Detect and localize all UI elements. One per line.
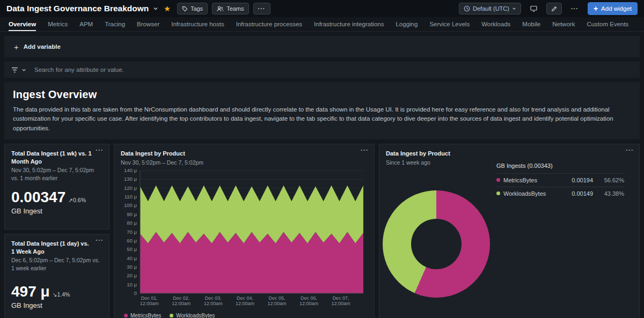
tab-infrastructure-processes[interactable]: Infrastructure processes <box>236 17 302 31</box>
series-percent: 56.62% <box>596 177 624 183</box>
teams-icon <box>217 6 224 12</box>
card-menu-button[interactable]: ··· <box>626 146 634 154</box>
tab-service-levels[interactable]: Service Levels <box>429 17 470 31</box>
svg-text:Dec 01,: Dec 01, <box>141 295 158 301</box>
ingest-overview-section: Ingest Overview The data provided in thi… <box>4 82 640 139</box>
plus-icon: + <box>594 5 598 12</box>
tab-logging[interactable]: Logging <box>396 17 418 31</box>
svg-text:140 μ: 140 μ <box>124 167 137 173</box>
svg-text:120 μ: 120 μ <box>124 184 137 190</box>
svg-text:70 μ: 70 μ <box>127 228 137 234</box>
svg-text:80 μ: 80 μ <box>127 220 137 226</box>
clock-icon <box>464 5 470 12</box>
svg-text:12:00am: 12:00am <box>140 301 159 306</box>
svg-text:110 μ: 110 μ <box>125 194 137 199</box>
series-color-dot <box>496 191 500 195</box>
series-color-dot <box>496 178 500 182</box>
series-name: MetricsBytes <box>503 177 559 183</box>
donut-legend-row-workloadsbytes[interactable]: WorkloadsBytes0.0014943.38% <box>496 187 624 200</box>
tv-mode-button[interactable] <box>525 3 542 14</box>
card-subtitle: Nov 30, 5:02pm – Dec 7, 5:02pm <box>121 159 368 166</box>
series-percent: 43.38% <box>596 190 624 197</box>
card-subtitle: Dec 6, 5:02pm – Dec 7, 5:02pm vs. 1 week… <box>11 256 103 271</box>
title-chevron-down-icon[interactable] <box>153 6 158 11</box>
filter-menu-button[interactable] <box>4 62 33 78</box>
billboard-week-card: ··· Total Data Ingest (1 wk) vs. 1 Month… <box>4 144 109 230</box>
svg-text:130 μ: 130 μ <box>124 176 137 182</box>
area-chart-legend: MetricsBytesWorkloadsBytes <box>121 310 368 318</box>
timezone-chevron-down-icon <box>512 6 516 11</box>
tab-custom-events[interactable]: Custom Events <box>587 17 628 31</box>
tab-infrastructure-integrations[interactable]: Infrastructure integrations <box>314 17 384 31</box>
monitor-icon <box>530 5 537 12</box>
svg-text:12:00am: 12:00am <box>172 301 191 306</box>
area-chart-card: ··· Data Ingest by Product Nov 30, 5:02p… <box>114 144 375 318</box>
variables-band: + Add variable <box>4 36 640 57</box>
billboard-value: 497 μ↘1.4% <box>11 284 103 299</box>
series-color-dot <box>170 314 173 317</box>
card-subtitle: Nov 30, 5:02pm – Dec 7, 5:02pm vs. 1 mon… <box>11 166 103 181</box>
series-value: 0.00194 <box>562 177 593 183</box>
timezone-picker-button[interactable]: Default (UTC) <box>459 3 521 14</box>
svg-text:90 μ: 90 μ <box>127 211 137 217</box>
svg-text:12:00am: 12:00am <box>204 301 223 306</box>
svg-text:40 μ: 40 μ <box>127 255 137 261</box>
card-title: Data Ingest by Product <box>386 150 633 158</box>
billboard-value: 0.00347↗0.6% <box>11 189 103 205</box>
top-header: Data Ingest Governance Breakdown ★ Tags … <box>0 0 644 17</box>
trend-up-icon: ↗ <box>68 197 73 203</box>
edit-dashboard-button[interactable] <box>546 3 562 14</box>
card-menu-button[interactable]: ··· <box>361 146 369 154</box>
add-variable-button[interactable]: + Add variable <box>14 42 61 51</box>
teams-button[interactable]: Teams <box>212 3 248 14</box>
section-description: The data provided in this tab are taken … <box>13 105 631 133</box>
tab-tracing[interactable]: Tracing <box>105 17 125 31</box>
filter-chevron-down-icon <box>21 68 26 72</box>
card-menu-button[interactable]: ··· <box>96 146 104 154</box>
tab-network[interactable]: Network <box>552 17 575 31</box>
billboard-unit: GB Ingest <box>11 207 103 215</box>
tag-icon <box>182 6 188 12</box>
tab-apm[interactable]: APM <box>79 17 93 31</box>
tab-overview[interactable]: Overview <box>9 17 36 31</box>
legend-item-workloadsbytes[interactable]: WorkloadsBytes <box>170 313 215 318</box>
series-color-dot <box>124 314 128 317</box>
tab-mobile[interactable]: Mobile <box>522 17 540 31</box>
tab-browser[interactable]: Browser <box>137 17 159 31</box>
card-title: Data Ingest by Product <box>121 150 368 158</box>
svg-text:Dec 07,: Dec 07, <box>332 295 349 301</box>
svg-text:60 μ: 60 μ <box>127 238 137 243</box>
svg-text:12:00am: 12:00am <box>299 301 318 306</box>
donut-chart-card: ··· Data Ingest by Product Since 1 week … <box>379 144 640 318</box>
add-widget-button[interactable]: + Add widget <box>588 2 638 15</box>
dashboard-tab-bar: OverviewMetricsAPMTracingBrowserInfrastr… <box>0 17 644 32</box>
svg-text:30 μ: 30 μ <box>127 264 137 270</box>
svg-text:Dec 04,: Dec 04, <box>237 295 253 301</box>
section-title: Ingest Overview <box>13 88 631 101</box>
favorite-star-icon[interactable]: ★ <box>164 4 171 13</box>
svg-text:100 μ: 100 μ <box>124 202 137 208</box>
filter-icon <box>11 67 18 73</box>
svg-text:Dec 06,: Dec 06, <box>301 295 317 301</box>
header-more-button[interactable]: ··· <box>253 3 270 14</box>
tab-workloads[interactable]: Workloads <box>481 17 510 31</box>
svg-text:Dec 05,: Dec 05, <box>269 295 286 301</box>
dashboard-title: Data Ingest Governance Breakdown <box>6 4 149 13</box>
delta-badge: ↗0.6% <box>68 197 86 203</box>
legend-item-metricsbytes[interactable]: MetricsBytes <box>124 313 161 318</box>
header-overflow-button[interactable]: ··· <box>566 3 583 14</box>
attribute-search-input[interactable] <box>33 62 640 78</box>
donut-hole <box>411 219 462 269</box>
card-menu-button[interactable]: ··· <box>96 236 104 244</box>
donut-chart[interactable] <box>383 190 490 298</box>
delta-badge: ↘1.4% <box>53 291 70 298</box>
svg-text:Dec 02,: Dec 02, <box>173 295 189 301</box>
tags-button[interactable]: Tags <box>177 3 208 14</box>
donut-legend-row-metricsbytes[interactable]: MetricsBytes0.0019456.62% <box>496 173 624 187</box>
tab-infrastructure-hosts[interactable]: Infrastructure hosts <box>171 17 224 31</box>
svg-text:Dec 03,: Dec 03, <box>205 295 222 301</box>
card-title: Total Data Ingest (1 wk) vs. 1 Month Ago <box>11 150 103 166</box>
tab-metrics[interactable]: Metrics <box>48 17 68 31</box>
plus-icon: + <box>14 42 19 51</box>
billboard-unit: GB Ingest <box>11 301 103 309</box>
